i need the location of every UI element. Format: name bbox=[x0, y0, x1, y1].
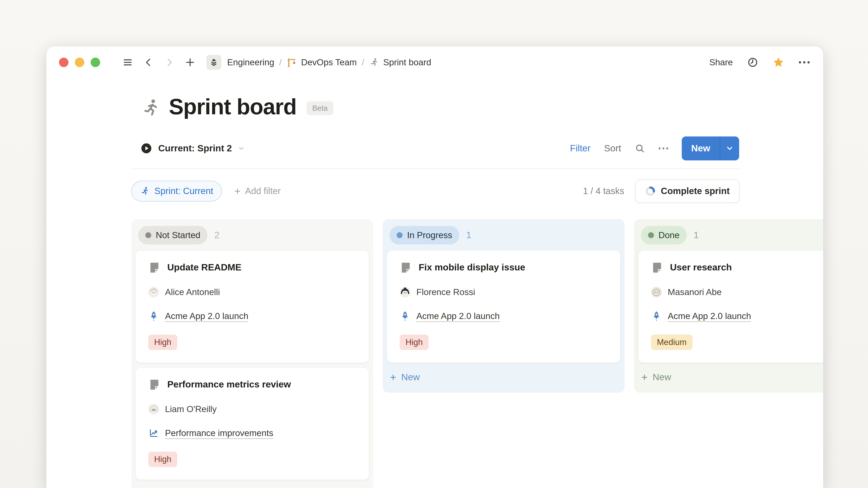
close-window-button[interactable] bbox=[59, 58, 68, 67]
teamspace-icon-chip[interactable] bbox=[206, 55, 221, 70]
forward-button[interactable] bbox=[163, 57, 175, 68]
beta-badge: Beta bbox=[307, 101, 334, 115]
star-icon bbox=[773, 57, 784, 68]
sprint-filter-label: Sprint: Current bbox=[154, 186, 213, 196]
chart-icon bbox=[148, 428, 159, 438]
chevron-left-icon bbox=[144, 58, 153, 67]
task-card[interactable]: Fix mobile display issue Florence Rossi … bbox=[387, 250, 620, 363]
rocket-icon bbox=[400, 311, 410, 322]
view-options-button[interactable] bbox=[659, 144, 668, 153]
progress-ring-icon bbox=[645, 186, 655, 196]
plus-icon: + bbox=[390, 372, 396, 383]
column-count: 1 bbox=[466, 230, 471, 240]
status-pill-not-started[interactable]: Not Started bbox=[138, 226, 208, 245]
card-title: Fix mobile display issue bbox=[418, 262, 525, 273]
page-icon bbox=[148, 379, 160, 391]
project-link[interactable]: Acme App 2.0 launch bbox=[416, 311, 500, 321]
search-button[interactable] bbox=[635, 143, 645, 154]
assignee-name: Masanori Abe bbox=[668, 287, 721, 297]
breadcrumb-label: DevOps Team bbox=[301, 57, 357, 67]
column-header: Not Started 2 bbox=[135, 223, 369, 250]
new-task-button[interactable]: New bbox=[682, 136, 720, 160]
avatar bbox=[148, 287, 159, 297]
status-dot-icon bbox=[145, 232, 151, 238]
clock-icon bbox=[747, 57, 758, 68]
chevron-down-icon bbox=[726, 144, 734, 152]
project-link[interactable]: Performance improvements bbox=[165, 428, 273, 438]
kanban-board: Not Started 2 Update README Alice Anto bbox=[131, 219, 823, 488]
plus-icon: + bbox=[235, 186, 241, 196]
search-icon bbox=[635, 143, 645, 154]
minimize-window-button[interactable] bbox=[75, 58, 84, 67]
rocket-icon bbox=[651, 311, 662, 322]
new-page-button[interactable] bbox=[184, 57, 196, 68]
page-icon bbox=[651, 261, 663, 273]
play-icon bbox=[141, 142, 152, 154]
column-header: Done 1 bbox=[638, 223, 823, 250]
sprint-filter-chip[interactable]: Sprint: Current bbox=[131, 181, 222, 201]
updates-button[interactable] bbox=[747, 57, 758, 68]
sprint-view-selector[interactable]: Current: Sprint 2 bbox=[141, 142, 245, 154]
status-dot-icon bbox=[397, 232, 403, 238]
column-in-progress: In Progress 1 Fix mobile display issue bbox=[383, 219, 625, 393]
status-pill-in-progress[interactable]: In Progress bbox=[390, 226, 459, 245]
favorite-button[interactable] bbox=[773, 57, 784, 68]
crane-icon bbox=[287, 57, 297, 68]
plus-icon: + bbox=[641, 372, 648, 383]
page-icon bbox=[400, 261, 412, 273]
page-title: Sprint board bbox=[169, 95, 297, 119]
breadcrumb-separator: / bbox=[362, 57, 364, 67]
filter-bar: Sprint: Current + Add filter 1 / 4 tasks… bbox=[131, 180, 740, 203]
breadcrumb-item-devops-team[interactable]: DevOps Team bbox=[287, 57, 357, 68]
status-label: Done bbox=[658, 230, 680, 240]
task-card[interactable]: Performance metrics review Liam O'Reilly… bbox=[135, 367, 369, 480]
hamburger-icon bbox=[123, 57, 133, 68]
complete-sprint-label: Complete sprint bbox=[661, 186, 730, 196]
titlebar-actions: Share bbox=[709, 57, 810, 68]
breadcrumb-item-engineering[interactable]: Engineering bbox=[227, 57, 274, 67]
plus-icon bbox=[185, 57, 195, 68]
task-card[interactable]: User research Masanori Abe Acme App 2.0 … bbox=[638, 250, 823, 363]
assignee-name: Florence Rossi bbox=[416, 287, 475, 297]
priority-tag: High bbox=[148, 452, 177, 467]
share-button[interactable]: Share bbox=[709, 57, 733, 67]
sidebar-toggle-button[interactable] bbox=[122, 57, 133, 68]
column-not-started: Not Started 2 Update README Alice Anto bbox=[131, 219, 373, 488]
add-card-label: New bbox=[401, 372, 420, 383]
status-pill-done[interactable]: Done bbox=[641, 226, 687, 245]
filter-bar-right: 1 / 4 tasks Complete sprint bbox=[583, 180, 740, 203]
task-card[interactable]: Update README Alice Antonelli Acme App 2… bbox=[135, 250, 369, 363]
column-header: In Progress 1 bbox=[387, 223, 620, 250]
breadcrumb-label: Sprint board bbox=[383, 57, 431, 67]
status-dot-icon bbox=[648, 232, 654, 238]
project-link[interactable]: Acme App 2.0 launch bbox=[668, 311, 751, 321]
column-count: 1 bbox=[693, 230, 699, 240]
zoom-window-button[interactable] bbox=[91, 58, 100, 67]
add-card-label: New bbox=[653, 372, 671, 383]
filter-button[interactable]: Filter bbox=[570, 143, 590, 154]
view-toolbar: Current: Sprint 2 Filter Sort New bbox=[141, 136, 739, 160]
rocket-icon bbox=[148, 311, 159, 322]
add-card-button[interactable]: + New bbox=[387, 367, 620, 389]
project-link[interactable]: Acme App 2.0 launch bbox=[165, 311, 248, 321]
back-button[interactable] bbox=[143, 57, 154, 68]
task-progress-text: 1 / 4 tasks bbox=[583, 186, 624, 196]
runner-icon bbox=[369, 57, 379, 67]
breadcrumb-separator: / bbox=[279, 57, 282, 67]
complete-sprint-button[interactable]: Complete sprint bbox=[635, 180, 740, 203]
assignee-name: Alice Antonelli bbox=[165, 287, 220, 297]
more-options-button[interactable] bbox=[799, 61, 810, 64]
toolbar-actions: Filter Sort New bbox=[570, 136, 739, 160]
sort-button[interactable]: Sort bbox=[604, 143, 621, 154]
teamspace-layers-icon bbox=[209, 58, 219, 67]
breadcrumb-item-sprint-board[interactable]: Sprint board bbox=[369, 57, 431, 67]
add-filter-button[interactable]: + Add filter bbox=[235, 186, 281, 196]
add-card-button[interactable]: + New bbox=[638, 367, 823, 389]
new-task-dropdown-button[interactable] bbox=[720, 136, 739, 160]
avatar bbox=[148, 404, 159, 415]
page-header: Sprint board Beta bbox=[46, 95, 823, 119]
chevron-right-icon bbox=[164, 58, 174, 67]
status-label: Not Started bbox=[156, 230, 200, 240]
card-title: User research bbox=[670, 262, 732, 273]
view-selector-label: Current: Sprint 2 bbox=[158, 143, 232, 154]
